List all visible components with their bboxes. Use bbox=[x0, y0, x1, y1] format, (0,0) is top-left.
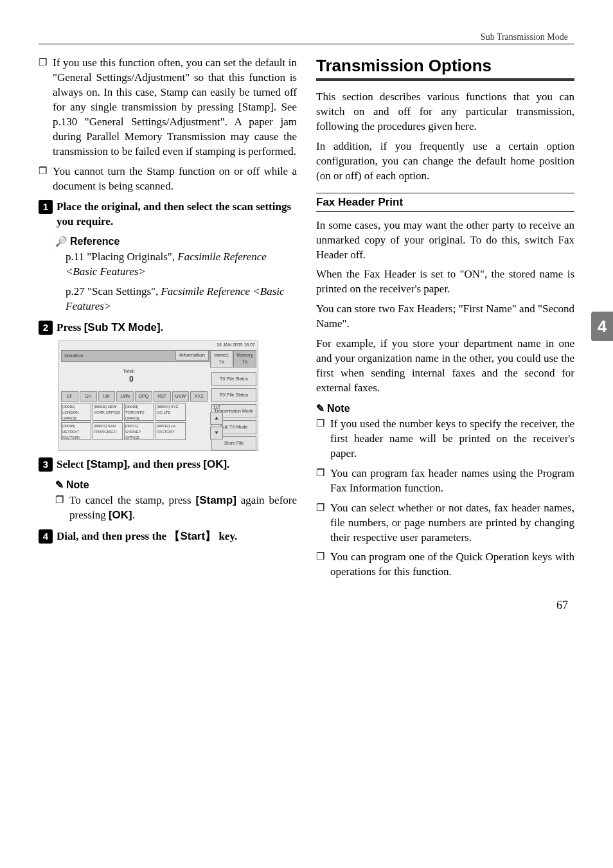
running-header: Sub Transmission Mode bbox=[39, 32, 574, 42]
step-1-text: Place the original, and then select the … bbox=[57, 200, 297, 229]
ss-rx-file-status-button[interactable]: RX File Status bbox=[211, 388, 256, 402]
bullet-icon: ❐ bbox=[316, 466, 330, 496]
paragraph: In addition, if you frequently use a cer… bbox=[316, 139, 574, 184]
ss-timestamp: 18 JAN 2005 18:07 bbox=[217, 342, 255, 347]
step-number-4: 4 bbox=[39, 529, 53, 544]
ss-tab-ef[interactable]: EF bbox=[61, 391, 78, 402]
ss-dest-cell[interactable]: [00007] SAN FRANCISCO bbox=[93, 422, 123, 440]
paragraph: In some cases, you may want the other pa… bbox=[316, 218, 574, 263]
device-ui-screenshot: 18 JAN 2005 18:07 stination Information … bbox=[58, 341, 258, 451]
step-number-1: 1 bbox=[39, 200, 53, 214]
ss-tab-xyz[interactable]: XYZ bbox=[190, 391, 208, 402]
bullet-text: You cannot turn the Stamp function on or… bbox=[53, 164, 297, 194]
ss-dest-cell[interactable]: [00005] DETROIT FACTORY bbox=[61, 422, 91, 440]
header-rule bbox=[39, 44, 574, 44]
bullet-icon: ❐ bbox=[316, 417, 330, 461]
ss-memory-tx-button[interactable]: Memory TX bbox=[233, 350, 256, 368]
ss-tab-uvw[interactable]: UVW bbox=[172, 391, 190, 402]
reference-heading: 🔎Reference bbox=[55, 236, 297, 247]
ss-tab-lmn[interactable]: LMN bbox=[116, 391, 134, 402]
ss-tab-rst[interactable]: RST bbox=[154, 391, 171, 402]
reference-1: p.11 "Placing Originals", Facsimile Refe… bbox=[66, 250, 297, 279]
ss-dest-cell[interactable]: [00002] NEW YORK OFFICE bbox=[93, 403, 123, 421]
step-number-3: 3 bbox=[39, 457, 53, 472]
left-column: ❐ If you use this function often, you ca… bbox=[39, 56, 297, 585]
ss-tab-ijk[interactable]: IJK bbox=[98, 391, 116, 402]
ss-down-arrow-button[interactable]: ▼ bbox=[210, 427, 223, 439]
section-title-rule bbox=[316, 78, 574, 81]
bullet-icon: ❐ bbox=[39, 164, 53, 194]
note-pencil-icon: ✎ bbox=[55, 479, 64, 490]
note-heading: ✎Note bbox=[55, 479, 297, 491]
ss-total-value: 0 bbox=[129, 375, 134, 384]
ss-dest-cell[interactable]: [00011] SYDNEY OFFICE bbox=[124, 422, 154, 440]
note-bullet: You can program one of the Quick Operati… bbox=[330, 550, 574, 580]
ss-pagination: 1/2 ▲ ▼ bbox=[210, 404, 223, 439]
reference-icon: 🔎 bbox=[55, 236, 67, 247]
ss-total-label: Total: bbox=[123, 368, 135, 374]
note-bullet: If you used the number keys to specify t… bbox=[330, 417, 574, 461]
chapter-side-tab: 4 bbox=[591, 312, 613, 341]
note-bullet-text: To cancel the stamp, press [Stamp] again… bbox=[69, 493, 297, 523]
reference-2: p.27 "Scan Settings", Facsimile Referenc… bbox=[66, 285, 297, 314]
step-3-text: Select [Stamp], and then press [OK]. bbox=[57, 457, 297, 472]
bullet-text: If you use this function often, you can … bbox=[53, 56, 297, 159]
paragraph: When the Fax Header is set to "ON", the … bbox=[316, 267, 574, 297]
subsection-title: Fax Header Print bbox=[316, 193, 574, 212]
ss-up-arrow-button[interactable]: ▲ bbox=[210, 412, 223, 425]
step-2-text: Press [Sub TX Mode]. bbox=[57, 321, 297, 335]
ss-tab-opq[interactable]: OPQ bbox=[135, 391, 152, 402]
step-4-text: Dial, and then press the 【Start】 key. bbox=[57, 529, 297, 544]
ss-immed-tx-button[interactable]: Immed. TX bbox=[210, 350, 233, 368]
bullet-icon: ❐ bbox=[55, 493, 69, 523]
right-column: Transmission Options This section descri… bbox=[316, 56, 574, 585]
note-heading: ✎Note bbox=[316, 402, 574, 414]
ss-destination-grid: [00001] LONDON OFFICE [00002] NEW YORK O… bbox=[61, 403, 208, 440]
ss-dest-cell[interactable]: [00003] TORONTO OFFICE bbox=[124, 403, 154, 421]
ss-alpha-tabs: EF GH IJK LMN OPQ RST UVW XYZ bbox=[61, 391, 208, 402]
page-number: 67 bbox=[39, 599, 574, 612]
bullet-icon: ❐ bbox=[316, 501, 330, 545]
ss-dest-cell[interactable]: [00001] LONDON OFFICE bbox=[61, 403, 91, 421]
ss-dest-cell[interactable]: [00004] XYZ CO.LTD bbox=[155, 403, 186, 421]
note-bullet: You can select whether or not dates, fax… bbox=[330, 501, 574, 545]
ss-tab-gh[interactable]: GH bbox=[80, 391, 97, 402]
ss-dest-cell[interactable]: [00012] LA FACTORY bbox=[155, 422, 186, 440]
section-title: Transmission Options bbox=[316, 56, 574, 76]
bullet-icon: ❐ bbox=[39, 56, 53, 159]
paragraph: For example, if you store your departmen… bbox=[316, 337, 574, 396]
ss-tx-file-status-button[interactable]: TX File Status bbox=[211, 372, 256, 386]
note-bullet: You can program fax header names using t… bbox=[330, 466, 574, 496]
note-pencil-icon: ✎ bbox=[316, 403, 324, 414]
paragraph: You can store two Fax Headers; "First Na… bbox=[316, 302, 574, 332]
bullet-icon: ❐ bbox=[316, 550, 330, 580]
ss-information-button[interactable]: Information bbox=[175, 350, 209, 360]
paragraph: This section describes various functions… bbox=[316, 90, 574, 134]
step-number-2: 2 bbox=[39, 321, 53, 335]
